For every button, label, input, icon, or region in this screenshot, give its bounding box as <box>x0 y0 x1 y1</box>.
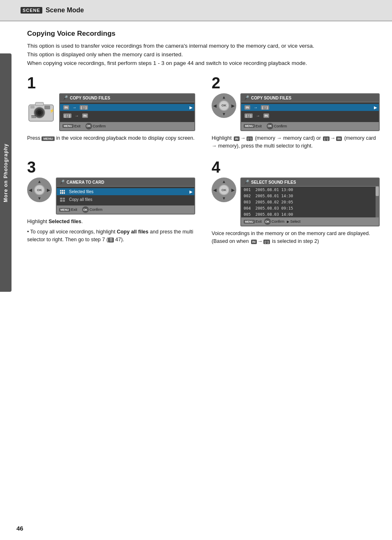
step-1-screen-title: COPY SOUND FILES <box>70 96 110 100</box>
step-3-block: 3 ▲ ▼ ◀ ▶ OK 🎤 CAMERA TO CARD <box>27 159 195 245</box>
arrow-up-4: ▲ <box>222 179 226 184</box>
svg-point-3 <box>37 111 42 115</box>
intro-line-2: This option is displayed only when the m… <box>27 51 183 58</box>
step-1-inner: MENU ⚡ 🎤 COPY SOUND FILES IN <box>27 93 195 131</box>
step-3-lcd: 🎤 CAMERA TO CARD <box>56 178 195 215</box>
in-icon-inline2: IN <box>336 136 342 141</box>
ok-center-4: OK <box>219 185 229 195</box>
mem-icon-card4: [ ↑ ] <box>244 113 253 118</box>
step-4-lcd-footer: MENU Exit OK Confirm ▶ Select <box>241 217 379 226</box>
page-number: 46 <box>16 525 23 532</box>
copy-all-icon <box>60 198 65 202</box>
step-1-description: Press MENU in the voice recording playba… <box>27 134 195 142</box>
menu-btn-2: MENU <box>244 124 255 128</box>
step-4-confirm-label: OK Confirm <box>264 218 285 225</box>
svg-text:⚡: ⚡ <box>49 108 55 113</box>
intro-line-1: This option is used to transfer voice re… <box>27 43 314 49</box>
arrow-left-2: ◀ <box>213 103 217 108</box>
step-3-selector: ▲ ▼ ◀ ▶ OK <box>27 178 52 202</box>
selected-files-label: Selected files <box>69 189 93 194</box>
header-title: Scene Mode <box>46 7 84 14</box>
step-2-inner: ▲ ▼ ◀ ▶ OK 🎤 COPY SOUND FILES <box>212 93 380 131</box>
main-content: Copying Voice Recordings This option is … <box>15 21 392 540</box>
menu-btn-inline: MENU <box>42 136 55 141</box>
copy-all-label: Copy all files <box>69 197 92 202</box>
step-4-lcd: 🎤 SELECT SOUND FILES 001 2005.08.01 13:0… <box>240 178 380 226</box>
file-row-2: 002 2005.08.01 14:30 <box>241 193 376 199</box>
scrollbar-thumb <box>376 187 379 196</box>
file-row-5: 005 2005.08.03 14:00 <box>241 211 376 217</box>
scene-badge: SCENE <box>21 7 42 14</box>
ok-btn-3: OK <box>82 206 89 213</box>
mem-icon-in: IN <box>63 105 69 110</box>
step-1-block: 1 <box>27 75 195 150</box>
step-3-menu-item-2: Copy all files <box>57 195 194 204</box>
section-title: Copying Voice Recordings <box>27 30 380 38</box>
camera-drawing-svg: MENU ⚡ <box>27 97 55 124</box>
mem-icon-card1: [ ↑ ] <box>80 105 88 110</box>
mem-icon-in3: IN <box>244 105 250 110</box>
step-1-lcd-footer: MENU Exit OK Confirm <box>60 122 194 130</box>
step-4-inner: ▲ ▼ ◀ ▶ OK 🎤 SELECT SOUND FILES <box>212 178 380 226</box>
menu-btn-3: MENU <box>59 208 70 212</box>
intro-text: This option is used to transfer voice re… <box>27 42 380 68</box>
menu-btn-4: MENU <box>244 220 255 224</box>
ok-btn-1: OK <box>85 123 92 129</box>
step-2-menu-item-1: IN → [ ↑ ] <box>241 104 379 111</box>
files-container: 001 2005.08.01 13:00 002 2005.08.01 14:3… <box>241 187 379 217</box>
mem-icon-in4: IN <box>263 113 269 118</box>
step-3-exit-label: MENU Exit <box>59 208 77 212</box>
selected-files-icon <box>60 190 65 194</box>
confirm-text-3: Confirm <box>90 208 103 212</box>
card-icon-step4: [↑] <box>263 240 270 244</box>
step-3-lcd-title: 🎤 CAMERA TO CARD <box>57 178 194 187</box>
arrow-up-2: ▲ <box>222 95 226 99</box>
selected-files-bold: Selected files <box>48 219 81 224</box>
grid-3x3 <box>60 190 65 194</box>
header-bar: SCENE Scene Mode <box>0 0 392 21</box>
step-4-selector: ▲ ▼ ◀ ▶ OK <box>212 178 236 202</box>
svg-rect-5 <box>30 106 35 108</box>
step-3-menu-item-1: Selected files <box>57 188 194 195</box>
ok-center-2: OK <box>219 100 229 111</box>
copy-all-bold: Copy all files <box>117 229 148 235</box>
step-4-description: Voice recordings in the memory or on the… <box>212 230 380 245</box>
selector-outer-3: ▲ ▼ ◀ ▶ OK <box>27 178 52 202</box>
step-4-number: 4 <box>212 159 380 175</box>
step-1-menu-area: IN → [ ↑ ] ▶ [ ↑ ] → IN <box>60 102 194 122</box>
step-1-menu-item-2: [ ↑ ] → IN <box>60 111 194 120</box>
select-text-4: Select <box>290 219 300 224</box>
arrow-left-3: ◀ <box>29 188 32 192</box>
step-2-menu-item-1-wrap: IN → [ ↑ ] ▶ <box>241 104 379 111</box>
step-1-confirm-label: OK Confirm <box>85 123 106 129</box>
arrow-right-step2: ▶ <box>374 105 377 110</box>
mem-icon-card2: [ ↑ ] <box>63 113 71 118</box>
file-list: 001 2005.08.01 13:00 002 2005.08.01 14:3… <box>241 187 376 217</box>
steps-grid: 1 <box>27 75 380 245</box>
step-1-lcd: 🎤 COPY SOUND FILES IN → [ ↑ ] ▶ <box>59 93 195 131</box>
step-3-description: Highlight Selected files. • To copy all … <box>27 218 195 243</box>
confirm-text-4: Confirm <box>272 219 285 224</box>
selector-outer-4: ▲ ▼ ◀ ▶ OK <box>212 178 236 202</box>
arrow-right-step3: ▶ <box>189 189 193 194</box>
arrow-right-2: ▶ <box>231 103 235 108</box>
ok-center-3: OK <box>34 185 45 195</box>
file-row-4: 004 2005.08.03 09:15 <box>241 205 376 211</box>
exit-text-3: Exit <box>71 208 77 212</box>
grid-2x2 <box>60 198 65 202</box>
step-3-number: 3 <box>27 159 195 175</box>
step-4-exit-label: MENU Exit <box>244 219 262 224</box>
step-2-selector: ▲ ▼ ◀ ▶ OK <box>212 93 236 118</box>
step-2-block: 2 ▲ ▼ ◀ ▶ OK 🎤 COPY SOUND FIL <box>212 75 380 150</box>
step-2-number: 2 <box>212 75 380 91</box>
arrow-right-3: ▶ <box>47 188 50 192</box>
exit-text-1: Exit <box>74 124 81 128</box>
arrow-right-4: ▶ <box>231 188 235 192</box>
step-4-block: 4 ▲ ▼ ◀ ▶ OK 🎤 SELECT SOUND F <box>212 159 380 245</box>
confirm-text-2: Confirm <box>274 124 287 128</box>
step-1-camera-icon: MENU ⚡ <box>27 97 55 124</box>
arrow-up-3: ▲ <box>37 179 42 184</box>
step-2-exit-label: MENU Exit <box>244 124 262 128</box>
ref-icon: ☰ <box>108 238 114 242</box>
step-2-lcd-title: 🎤 COPY SOUND FILES <box>241 94 379 102</box>
